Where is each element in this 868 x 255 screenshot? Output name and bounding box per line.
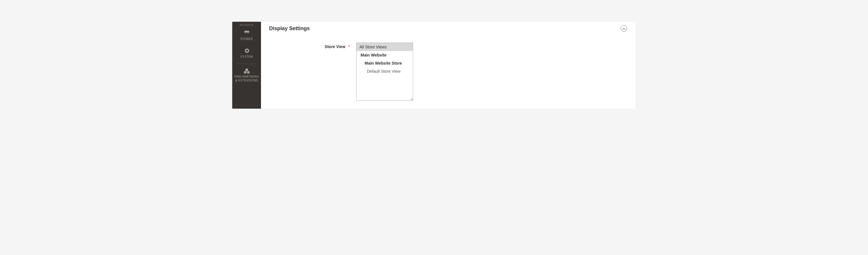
section-title: Display Settings <box>269 26 310 32</box>
store-view-option[interactable]: Main Website <box>356 51 413 59</box>
section-header: Display Settings <box>269 25 627 40</box>
sidebar-section-label: MAGEFAN <box>232 22 261 27</box>
resize-handle[interactable] <box>410 97 412 100</box>
store-view-option[interactable]: Default Store View <box>356 67 413 75</box>
required-asterisk: * <box>348 44 350 49</box>
sidebar-item-stores[interactable]: STORES <box>232 27 261 45</box>
store-view-option[interactable]: All Store Views <box>356 43 413 51</box>
partners-icon <box>244 68 250 74</box>
form-label: Store View * <box>269 43 356 49</box>
sidebar-item-partners[interactable]: FIND PARTNERS & EXTENSIONS <box>232 65 261 86</box>
collapse-button[interactable] <box>621 25 627 32</box>
sidebar-item-label: FIND PARTNERS & EXTENSIONS <box>234 75 259 82</box>
panel: MAGEFAN STORES SYSTEM <box>232 22 636 109</box>
system-icon <box>244 47 250 54</box>
store-view-option[interactable]: Main Website Store <box>356 59 413 67</box>
sidebar-item-label: STORES <box>240 37 253 41</box>
admin-sidebar: MAGEFAN STORES SYSTEM <box>232 22 261 109</box>
content-area: Display Settings Store View * All Store … <box>261 22 636 109</box>
form-row-store-view: Store View * All Store Views Main Websit… <box>269 40 627 101</box>
store-view-label: Store View <box>324 44 345 49</box>
chevron-up-icon <box>622 26 625 31</box>
store-view-select[interactable]: All Store Views Main Website Main Websit… <box>356 43 413 101</box>
sidebar-item-system[interactable]: SYSTEM <box>232 45 261 62</box>
sidebar-item-label: SYSTEM <box>240 55 253 59</box>
stores-icon <box>244 30 250 36</box>
